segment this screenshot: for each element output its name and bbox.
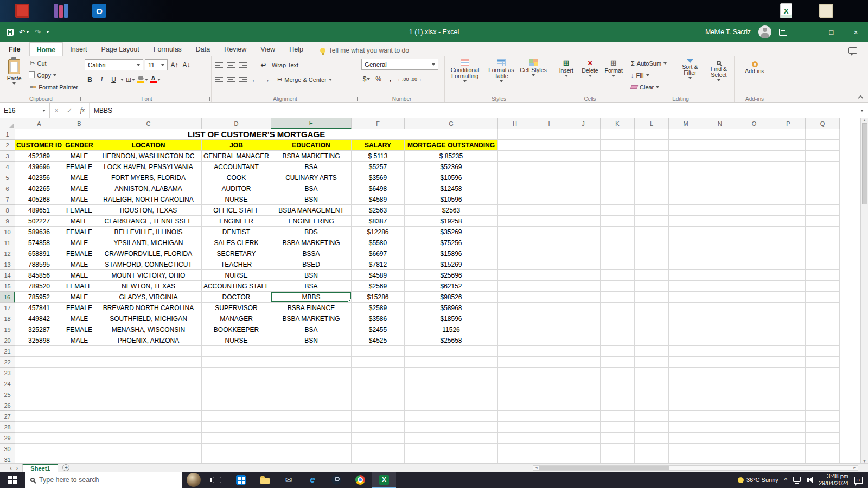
cell-E9[interactable]: ENGINEERING (271, 216, 352, 227)
cell-L17[interactable] (635, 303, 669, 313)
cell-D13[interactable]: TEACHER (202, 259, 271, 270)
cell-D6[interactable]: AUDITOR (202, 183, 271, 194)
cell-H14[interactable] (498, 270, 532, 281)
cell-G9[interactable]: $19258 (405, 216, 498, 227)
cell-J28[interactable] (566, 422, 601, 433)
cell-D26[interactable] (202, 400, 271, 411)
cell-P20[interactable] (771, 335, 806, 346)
cell-F28[interactable] (352, 422, 405, 433)
cell-C19[interactable]: MENASHA, WISCONSIN (95, 324, 202, 335)
cut-button[interactable]: ✂Cut (28, 57, 80, 69)
cell-J15[interactable] (566, 281, 601, 292)
cell-J21[interactable] (566, 346, 601, 357)
cell-N20[interactable] (703, 335, 737, 346)
cell-M1[interactable] (669, 129, 703, 140)
cell-I30[interactable] (532, 444, 566, 454)
cell-G31[interactable] (405, 454, 498, 463)
cell-N9[interactable] (703, 216, 737, 227)
cell-K15[interactable] (601, 281, 635, 292)
edge-button[interactable]: e (301, 472, 324, 488)
cell-A27[interactable] (15, 411, 63, 422)
cell-G30[interactable] (405, 444, 498, 454)
cell-Q15[interactable] (806, 281, 840, 292)
align-center-button[interactable] (226, 74, 236, 85)
column-header-O[interactable]: O (737, 118, 771, 129)
cell-N1[interactable] (703, 129, 737, 140)
collapse-ribbon-icon[interactable] (858, 95, 864, 101)
row-header-17[interactable]: 17 (0, 303, 15, 313)
cell-H21[interactable] (498, 346, 532, 357)
cell-M21[interactable] (669, 346, 703, 357)
cell-M8[interactable] (669, 205, 703, 216)
cell-D16[interactable]: DOCTOR (202, 292, 271, 303)
cell-H30[interactable] (498, 444, 532, 454)
cell-N3[interactable] (703, 151, 737, 162)
cell-H12[interactable] (498, 248, 532, 259)
cell-M18[interactable] (669, 313, 703, 324)
start-button[interactable] (0, 472, 25, 488)
cell-Q27[interactable] (806, 411, 840, 422)
cell-I14[interactable] (532, 270, 566, 281)
increase-decimal-button[interactable]: ←.00 (397, 74, 409, 85)
cell-J24[interactable] (566, 378, 601, 389)
cell-P22[interactable] (771, 357, 806, 368)
cell-P31[interactable] (771, 454, 806, 463)
row-header-31[interactable]: 31 (0, 454, 15, 463)
cell-E12[interactable]: BSSA (271, 248, 352, 259)
cell-I20[interactable] (532, 335, 566, 346)
shrink-font-button[interactable]: A↓ (181, 60, 192, 70)
cell-G26[interactable] (405, 400, 498, 411)
cell-A23[interactable] (15, 368, 63, 378)
align-bottom-button[interactable] (238, 60, 248, 70)
row-header-5[interactable]: 5 (0, 172, 15, 183)
cell-P21[interactable] (771, 346, 806, 357)
cell-F29[interactable] (352, 433, 405, 444)
cell-E31[interactable] (271, 454, 352, 463)
formula-bar-expand-icon[interactable] (856, 103, 868, 118)
cell-M24[interactable] (669, 378, 703, 389)
cell-A15[interactable]: 789520 (15, 281, 63, 292)
cell-N18[interactable] (703, 313, 737, 324)
cell-K16[interactable] (601, 292, 635, 303)
cell-E21[interactable] (271, 346, 352, 357)
cell-F20[interactable]: $4525 (352, 335, 405, 346)
cell-I21[interactable] (532, 346, 566, 357)
sheet-tab[interactable]: Sheet1 (22, 464, 58, 472)
column-header-A[interactable]: A (15, 118, 63, 129)
cell-F15[interactable]: $2569 (352, 281, 405, 292)
cell-G18[interactable]: $18596 (405, 313, 498, 324)
percent-button[interactable]: % (373, 74, 384, 85)
cell-O17[interactable] (737, 303, 771, 313)
cell-P23[interactable] (771, 368, 806, 378)
cell-B31[interactable] (63, 454, 95, 463)
cell-J29[interactable] (566, 433, 601, 444)
cell-B6[interactable]: MALE (63, 183, 95, 194)
cell-K5[interactable] (601, 172, 635, 183)
cell-C8[interactable]: HOUSTON, TEXAS (95, 205, 202, 216)
file-explorer-button[interactable] (253, 472, 277, 488)
scroll-down-icon[interactable]: ▼ (863, 459, 866, 463)
cell-P24[interactable] (771, 378, 806, 389)
cell-Q28[interactable] (806, 422, 840, 433)
cell-J9[interactable] (566, 216, 601, 227)
row-header-24[interactable]: 24 (0, 378, 15, 389)
column-header-G[interactable]: G (405, 118, 498, 129)
cell-H8[interactable] (498, 205, 532, 216)
cell-C21[interactable] (95, 346, 202, 357)
grow-font-button[interactable]: A↑ (169, 60, 180, 70)
cell-A5[interactable]: 402356 (15, 172, 63, 183)
cell-B30[interactable] (63, 444, 95, 454)
cell-P13[interactable] (771, 259, 806, 270)
cell-P4[interactable] (771, 162, 806, 172)
cell-I25[interactable] (532, 389, 566, 400)
cell-G23[interactable] (405, 368, 498, 378)
cell-D15[interactable]: ACCOUNTING STAFF (202, 281, 271, 292)
header-cell-F2[interactable]: SALARY (352, 140, 405, 151)
cell-G5[interactable]: $10596 (405, 172, 498, 183)
cell-B29[interactable] (63, 433, 95, 444)
cell-G12[interactable]: $15896 (405, 248, 498, 259)
row-header-10[interactable]: 10 (0, 227, 15, 237)
header-cell-C2[interactable]: LOCATION (95, 140, 202, 151)
cell-G27[interactable] (405, 411, 498, 422)
cell-M7[interactable] (669, 194, 703, 205)
